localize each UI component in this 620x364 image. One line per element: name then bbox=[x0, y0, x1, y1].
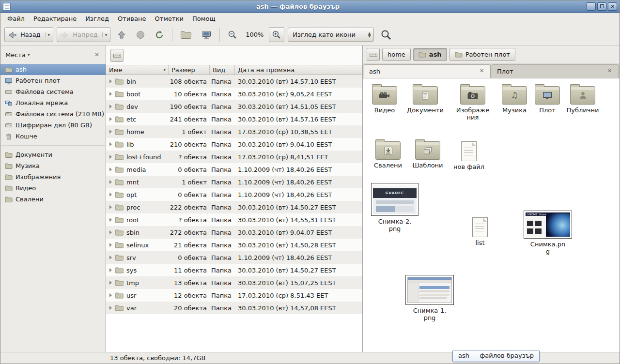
tab-close-icon[interactable]: ✕ bbox=[478, 68, 485, 75]
close-button[interactable]: ✕ bbox=[608, 2, 617, 11]
expander-icon[interactable] bbox=[109, 180, 112, 184]
table-row[interactable]: bin108 обектаПапка30.03.2010 (вт) 14,57,… bbox=[106, 75, 362, 88]
back-button[interactable]: Назад ▾ bbox=[4, 27, 53, 42]
expander-icon[interactable] bbox=[109, 193, 112, 197]
forward-button[interactable]: Напред ▾ bbox=[57, 27, 110, 42]
forward-history-dropdown-icon[interactable]: ▾ bbox=[102, 32, 108, 37]
table-row[interactable]: etc241 обектаПапка30.03.2010 (вт) 14,57,… bbox=[106, 113, 362, 125]
pathbar-root-button[interactable] bbox=[367, 48, 380, 61]
sidebar-item[interactable]: Свалени bbox=[0, 194, 106, 205]
expander-icon[interactable] bbox=[109, 306, 112, 310]
table-row[interactable]: root? обектаПапка30.03.2010 (вт) 14,55,3… bbox=[106, 213, 362, 226]
table-row[interactable]: usr12 обектаПапка17.03.2010 (ср) 8,51,43… bbox=[106, 289, 362, 302]
home-button[interactable] bbox=[177, 27, 195, 42]
image-item-snimka-2[interactable]: GUADEC Снимка-2.png bbox=[370, 183, 420, 232]
sidebar-item[interactable]: Документи bbox=[0, 149, 106, 160]
table-row[interactable]: dev190 обектаПапка30.03.2010 (вт) 14,51,… bbox=[106, 100, 362, 113]
menu-bookmarks[interactable]: Отметки bbox=[150, 13, 187, 24]
expander-icon[interactable] bbox=[109, 92, 112, 96]
sidebar-item[interactable]: Шифриран дял (80 GB) bbox=[0, 120, 106, 131]
sidebar-item[interactable]: Файлова система (210 MB) bbox=[0, 108, 106, 120]
maximize-button[interactable] bbox=[597, 2, 606, 11]
expander-icon[interactable] bbox=[109, 79, 112, 83]
sidebar-item[interactable]: Файлова система bbox=[0, 86, 106, 97]
stop-button[interactable] bbox=[133, 27, 148, 42]
sidebar-item[interactable]: Кошче bbox=[0, 131, 106, 142]
table-row[interactable]: opt0 обектаПапка1.10.2009 (чт) 18,40,26 … bbox=[106, 188, 362, 201]
folder-item-public[interactable]: Публични bbox=[563, 83, 602, 114]
titlebar[interactable]: ash — файлов браузър – ✕ bbox=[0, 0, 620, 13]
sidebar-item[interactable]: Музика bbox=[0, 160, 106, 171]
column-header-size[interactable]: Размер bbox=[169, 65, 210, 75]
table-row[interactable]: sbin272 обектаПапка30.03.2010 (вт) 9,04,… bbox=[106, 226, 362, 239]
table-row[interactable]: mnt1 обектПапка1.10.2009 (чт) 18,40,26 E… bbox=[106, 176, 362, 188]
sidebar-item[interactable]: Видео bbox=[0, 182, 106, 194]
pathbar-button-desktop[interactable]: Работен плот bbox=[450, 48, 515, 61]
folder-item-documents[interactable]: Документи bbox=[406, 83, 445, 114]
menu-view[interactable]: Изглед bbox=[81, 13, 113, 24]
menu-file[interactable]: Файл bbox=[3, 13, 29, 24]
column-header-date[interactable]: Дата на промяна bbox=[235, 65, 362, 75]
column-header-type[interactable]: Вид bbox=[210, 65, 235, 75]
tab-ash[interactable]: ash ✕ bbox=[364, 64, 491, 78]
table-row[interactable]: lib210 обектаПапка30.03.2010 (вт) 9,04,1… bbox=[106, 138, 362, 151]
expander-icon[interactable] bbox=[109, 105, 112, 108]
up-button[interactable] bbox=[114, 27, 129, 42]
expander-icon[interactable] bbox=[109, 293, 112, 297]
expander-icon[interactable] bbox=[109, 205, 112, 209]
table-row[interactable]: tmp13 обектаПапка30.03.2010 (вт) 15,07,2… bbox=[106, 276, 362, 289]
table-row[interactable]: sys11 обектаПапка30.03.2010 (вт) 14,50,2… bbox=[106, 264, 362, 276]
column-header-name[interactable]: Име ▾ bbox=[106, 65, 169, 75]
view-mode-select[interactable]: Изглед като икони ▲▼ bbox=[288, 28, 374, 42]
table-row[interactable]: lost+found? обектаПапка17.03.2010 (ср) 8… bbox=[106, 151, 362, 163]
expander-icon[interactable] bbox=[109, 256, 112, 259]
expander-icon[interactable] bbox=[109, 130, 112, 134]
expander-icon[interactable] bbox=[109, 142, 112, 146]
sidebar-item[interactable]: ash bbox=[0, 64, 106, 75]
expander-icon[interactable] bbox=[109, 218, 112, 222]
table-row[interactable]: boot10 обектаПапка30.03.2010 (вт) 9,05,2… bbox=[106, 88, 362, 100]
expander-icon[interactable] bbox=[109, 268, 112, 272]
icon-view-canvas[interactable]: Видео Документи Изображения ♫ bbox=[363, 78, 620, 352]
folder-item-video[interactable]: Видео bbox=[365, 83, 404, 114]
menu-help[interactable]: Помощ bbox=[188, 13, 220, 24]
sidebar-item[interactable]: Локална мрежа bbox=[0, 97, 106, 108]
sidebar-item[interactable]: Изображения bbox=[0, 171, 106, 182]
folder-item-images[interactable]: Изображения bbox=[453, 83, 492, 121]
reload-button[interactable] bbox=[152, 27, 167, 42]
file-item-list[interactable]: list bbox=[461, 215, 499, 246]
expander-icon[interactable] bbox=[109, 243, 112, 247]
sidebar-item[interactable]: Работен плот bbox=[0, 75, 106, 86]
sidebar-close-icon[interactable]: ✕ bbox=[93, 51, 101, 58]
table-row[interactable]: srv0 обектаПапка1.10.2009 (чт) 18,40,26 … bbox=[106, 251, 362, 264]
file-item-new-file[interactable]: нов файл bbox=[450, 139, 488, 170]
expander-icon[interactable] bbox=[109, 155, 112, 159]
sidebar-title-select[interactable]: Места ▾ bbox=[5, 51, 30, 59]
zoom-in-button[interactable] bbox=[269, 27, 284, 42]
pathbar-button-ash[interactable]: ash bbox=[413, 48, 447, 61]
computer-button[interactable] bbox=[198, 27, 215, 42]
expander-icon[interactable] bbox=[109, 167, 112, 171]
table-row[interactable]: selinux21 обектаПапка30.03.2010 (вт) 14,… bbox=[106, 239, 362, 251]
minimize-button[interactable]: – bbox=[587, 2, 596, 11]
pathbar-filesystem-button[interactable] bbox=[110, 49, 124, 62]
image-item-snimka-1[interactable]: Снимка-1.png bbox=[404, 275, 455, 321]
menu-go[interactable]: Отиване bbox=[113, 13, 150, 24]
pathbar-button-home[interactable]: home bbox=[382, 48, 411, 61]
folder-item-templates[interactable]: Шаблони bbox=[408, 138, 447, 169]
folder-item-desktop[interactable]: Плот bbox=[528, 83, 567, 114]
table-row[interactable]: var20 обектаПапка30.03.2010 (вт) 14,57,0… bbox=[106, 302, 362, 314]
table-row[interactable]: proc222 обектаПапка30.03.2010 (вт) 14,50… bbox=[106, 201, 362, 213]
expander-icon[interactable] bbox=[109, 117, 112, 121]
table-row[interactable]: home1 обектПапка17.03.2010 (ср) 10,38,55… bbox=[106, 125, 362, 138]
image-item-snimka[interactable]: GNOME Store Снимка.png bbox=[523, 211, 573, 255]
expander-icon[interactable] bbox=[109, 281, 112, 285]
back-history-dropdown-icon[interactable]: ▾ bbox=[45, 32, 50, 37]
menu-edit[interactable]: Редактиране bbox=[29, 13, 81, 24]
table-row[interactable]: media0 обектаПапка1.10.2009 (чт) 18,40,2… bbox=[106, 163, 362, 176]
tab-close-icon[interactable]: ✕ bbox=[606, 68, 613, 75]
zoom-out-button[interactable] bbox=[225, 27, 240, 42]
folder-item-downloads[interactable]: Свалени bbox=[369, 138, 407, 169]
tab-plot[interactable]: Плот ✕ bbox=[492, 64, 619, 78]
search-button[interactable] bbox=[377, 27, 395, 42]
